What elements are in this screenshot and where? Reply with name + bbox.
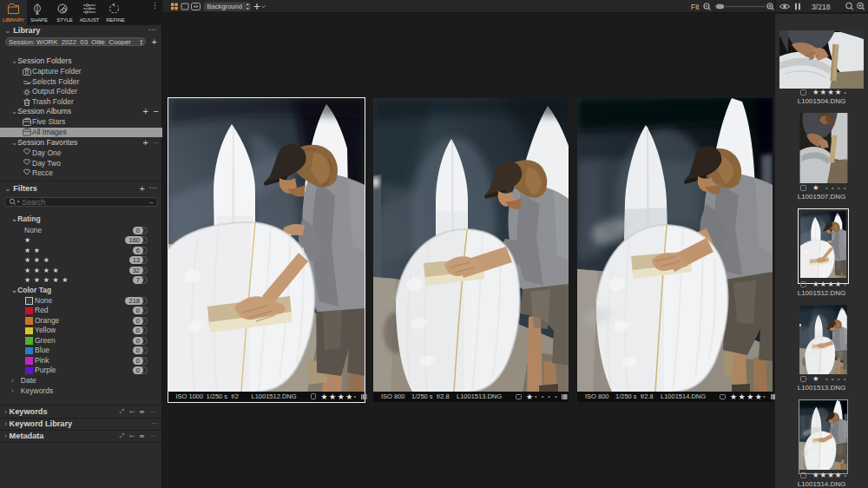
svg-text:3/218: 3/218 (812, 3, 831, 11)
svg-text:Fit: Fit (691, 3, 700, 11)
svg-text:Background: Background (207, 3, 243, 10)
